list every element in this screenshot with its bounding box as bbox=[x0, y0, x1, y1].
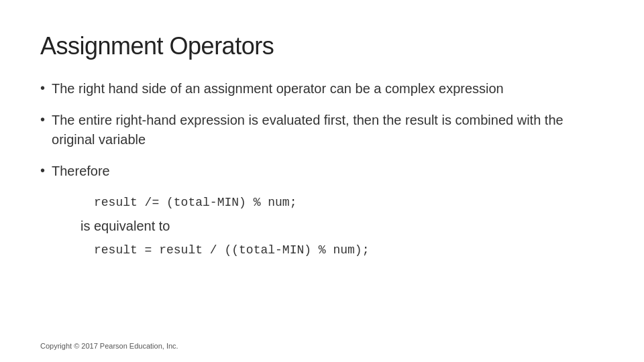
copyright-text: Copyright © 2017 Pearson Education, Inc. bbox=[40, 342, 178, 350]
code-block-1: result /= (total-MIN) % num; bbox=[94, 196, 604, 209]
equiv-label: is equivalent to bbox=[80, 219, 604, 234]
bullet-text-1: The right hand side of an assignment ope… bbox=[52, 79, 504, 99]
bullet-dot-3: • bbox=[40, 163, 45, 178]
bullet-text-2: The entire right-hand expression is eval… bbox=[52, 111, 604, 149]
bullet-dot-2: • bbox=[40, 112, 45, 127]
bullet-item-3: • Therefore bbox=[40, 162, 604, 181]
bullet-item-2: • The entire right-hand expression is ev… bbox=[40, 111, 604, 149]
slide-content: • The right hand side of an assignment o… bbox=[40, 79, 604, 342]
slide-title: Assignment Operators bbox=[40, 32, 604, 60]
bullet-dot-1: • bbox=[40, 80, 45, 96]
slide: Assignment Operators • The right hand si… bbox=[0, 0, 644, 362]
code-block-2: result = result / ((total-MIN) % num); bbox=[94, 243, 604, 257]
bullet-text-3: Therefore bbox=[52, 162, 110, 181]
bullet-item-1: • The right hand side of an assignment o… bbox=[40, 79, 604, 99]
